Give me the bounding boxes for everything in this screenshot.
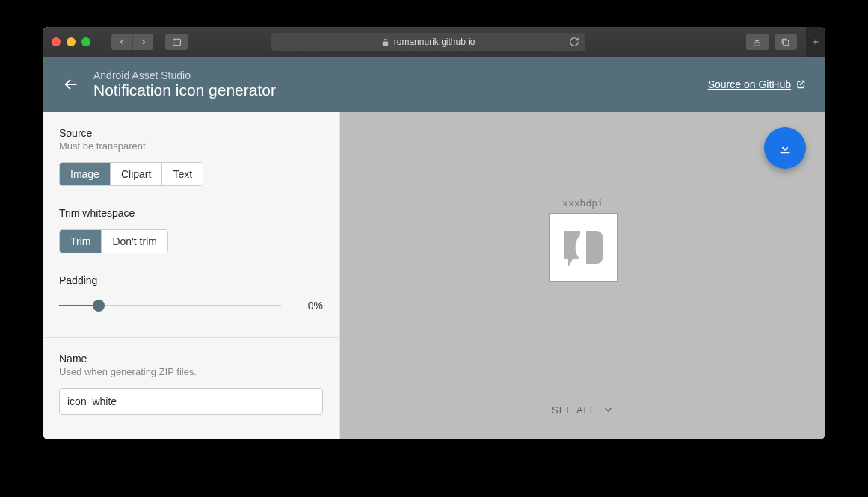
density-label: xxxhdpi xyxy=(562,197,603,209)
app-title: Notification icon generator xyxy=(93,81,276,99)
url-bar[interactable]: romannurik.github.io xyxy=(271,33,585,51)
github-link-label: Source on GitHub xyxy=(708,78,791,90)
trim-section: Trim whitespace Trim Don't trim xyxy=(43,201,339,268)
source-option-clipart[interactable]: Clipart xyxy=(111,163,162,185)
trim-segmented: Trim Don't trim xyxy=(59,229,168,253)
source-section: Source Must be transparent Image Clipart… xyxy=(43,112,339,201)
source-label: Source xyxy=(59,127,323,139)
app-body: Source Must be transparent Image Clipart… xyxy=(43,112,825,439)
svg-rect-0 xyxy=(173,39,180,46)
chevron-down-icon xyxy=(602,404,614,416)
padding-slider[interactable] xyxy=(59,305,281,306)
back-button[interactable] xyxy=(111,34,132,50)
svg-rect-4 xyxy=(784,40,789,45)
close-window-button[interactable] xyxy=(52,37,61,46)
external-link-icon xyxy=(795,79,806,90)
url-text: romannurik.github.io xyxy=(394,37,475,47)
new-tab-button[interactable] xyxy=(806,27,825,57)
name-section: Name Used when generating ZIP files. xyxy=(43,337,339,430)
icon-preview xyxy=(549,213,618,282)
window-controls xyxy=(52,37,90,46)
trim-option-dont-trim[interactable]: Don't trim xyxy=(102,230,167,253)
app-header: Android Asset Studio Notification icon g… xyxy=(43,57,825,112)
slider-thumb[interactable] xyxy=(93,300,105,312)
forward-button[interactable] xyxy=(132,34,153,50)
source-segmented: Image Clipart Text xyxy=(59,162,203,186)
trim-option-trim[interactable]: Trim xyxy=(60,230,102,253)
source-option-image[interactable]: Image xyxy=(60,163,111,185)
preview-glyph-icon xyxy=(559,226,607,268)
lock-icon xyxy=(381,38,390,46)
icon-preview-inner xyxy=(552,217,614,278)
sidebar-toggle-button[interactable] xyxy=(165,34,188,50)
reload-icon[interactable] xyxy=(569,37,579,47)
minimize-window-button[interactable] xyxy=(67,37,76,46)
name-input[interactable] xyxy=(59,388,323,415)
source-on-github-link[interactable]: Source on GitHub xyxy=(708,78,806,90)
trim-label: Trim whitespace xyxy=(59,207,323,219)
see-all-button[interactable]: SEE ALL xyxy=(552,404,614,416)
maximize-window-button[interactable] xyxy=(81,37,90,46)
browser-titlebar: romannurik.github.io xyxy=(43,27,825,57)
name-hint: Used when generating ZIP files. xyxy=(59,366,323,377)
source-hint: Must be transparent xyxy=(59,141,323,152)
preview-area: xxxhdpi SEE ALL xyxy=(340,112,825,439)
padding-value: 0% xyxy=(299,300,323,312)
download-icon xyxy=(777,140,793,156)
tabs-button[interactable] xyxy=(775,34,797,50)
nav-arrows xyxy=(111,34,153,50)
source-option-text[interactable]: Text xyxy=(162,163,203,185)
padding-label: Padding xyxy=(59,274,323,286)
app-subtitle: Android Asset Studio xyxy=(93,70,276,81)
see-all-label: SEE ALL xyxy=(552,404,596,416)
padding-section: Padding 0% xyxy=(43,268,339,337)
app-back-button[interactable] xyxy=(62,75,80,93)
name-label: Name xyxy=(59,353,323,365)
download-fab[interactable] xyxy=(764,127,806,169)
sidebar: Source Must be transparent Image Clipart… xyxy=(43,112,340,439)
share-button[interactable] xyxy=(746,34,769,50)
browser-window: romannurik.github.io Android Asset Studi… xyxy=(43,27,825,439)
